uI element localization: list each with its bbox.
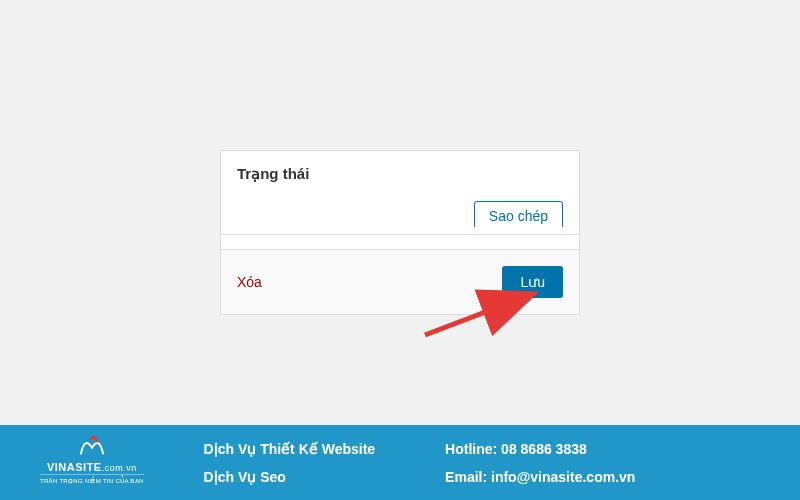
- logo-icon: [72, 431, 112, 459]
- panel-strip: [220, 227, 580, 235]
- service-seo: Dịch Vụ Seo: [204, 463, 376, 491]
- main-content-area: Trạng thái Sao chép Xóa Lưu: [0, 0, 800, 425]
- logo-tagline: TRÂN TRỌNG NIỀM TIN CỦA BẠN: [40, 474, 144, 484]
- panel-title: Trạng thái: [221, 151, 579, 191]
- email: Email: info@vinasite.com.vn: [445, 463, 635, 491]
- save-button[interactable]: Lưu: [502, 266, 563, 298]
- hotline: Hotline: 08 8686 3838: [445, 435, 635, 463]
- footer-services: Dịch Vụ Thiết Kế Website Dịch Vụ Seo: [204, 435, 376, 491]
- service-web-design: Dịch Vụ Thiết Kế Website: [204, 435, 376, 463]
- panel-footer: Xóa Lưu: [221, 250, 579, 314]
- footer-bar: VINASITE.com.vn TRÂN TRỌNG NIỀM TIN CỦA …: [0, 425, 800, 500]
- logo: VINASITE.com.vn TRÂN TRỌNG NIỀM TIN CỦA …: [40, 431, 144, 484]
- panel-body: Sao chép: [221, 191, 579, 250]
- delete-link[interactable]: Xóa: [237, 274, 262, 290]
- footer-contact: Hotline: 08 8686 3838 Email: info@vinasi…: [445, 435, 635, 491]
- logo-text: VINASITE.com.vn: [47, 461, 137, 473]
